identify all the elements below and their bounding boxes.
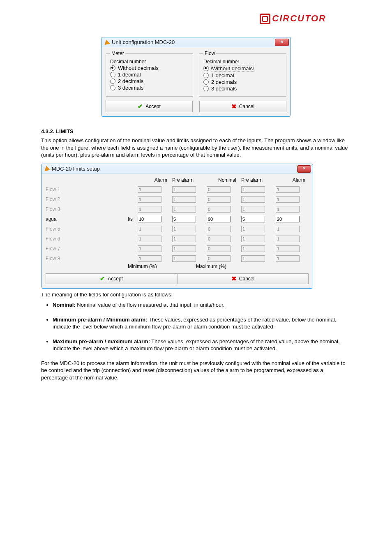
flow-heading: Decimal number xyxy=(203,59,282,65)
cell-p2 xyxy=(241,196,265,203)
cell-a1 xyxy=(138,206,161,213)
col-nom: Nominal xyxy=(207,177,236,183)
row-label: agua xyxy=(46,216,107,222)
unit-config-dialog: Unit configuration MDC-20 ✕ Meter Decima… xyxy=(101,37,291,117)
brand-mark-icon xyxy=(260,14,270,24)
cell-p2 xyxy=(241,236,265,242)
meter-heading: Decimal number xyxy=(110,59,189,65)
cell-a1 xyxy=(138,236,161,242)
cell-p1 xyxy=(172,196,196,203)
limits-grid: Alarm Pre alarm Nominal Pre alarm Alarm … xyxy=(46,177,309,262)
cell-n xyxy=(207,236,231,242)
cell-n xyxy=(207,255,231,262)
cell-a2 xyxy=(276,206,300,213)
limits-dialog: MDC-20 limits setup ✕ Alarm Pre alarm No… xyxy=(41,164,313,289)
flow-opt-2[interactable]: 2 decimals xyxy=(203,79,282,85)
cell-n xyxy=(207,226,231,232)
after-note: For the MDC-20 to process the alarm info… xyxy=(41,360,351,382)
cell-a1 xyxy=(138,196,161,203)
close-button[interactable]: ✕ xyxy=(275,39,289,46)
meter-group: Meter Decimal number Without decimals 1 … xyxy=(106,51,193,97)
flow-opt-1[interactable]: 1 decimal xyxy=(203,72,282,79)
meter-opt-1[interactable]: 1 decimal xyxy=(110,72,189,78)
radio-icon xyxy=(203,79,209,85)
flow-opt-3[interactable]: 3 decimals xyxy=(203,86,282,92)
cell-a1 xyxy=(138,226,161,232)
check-icon: ✔ xyxy=(100,275,105,282)
cell-n xyxy=(207,206,231,213)
cell-a2 xyxy=(276,236,300,242)
brand-text: CIRCUTOR xyxy=(272,13,326,23)
cross-icon: ✖ xyxy=(231,275,237,282)
cell-a2 xyxy=(276,255,300,262)
col-alarm2: Alarm xyxy=(276,177,305,183)
cell-p1 xyxy=(172,206,196,213)
cell-p1 xyxy=(172,255,196,262)
list-item: Nominal: Nominal value of the flow measu… xyxy=(53,301,351,309)
radio-icon xyxy=(110,72,115,77)
cell-a2 xyxy=(276,186,300,193)
flow-group: Flow Decimal number Without decimals 1 d… xyxy=(199,51,286,97)
max-label: Maximum (%) xyxy=(196,264,226,269)
radio-icon xyxy=(110,85,115,90)
row-unit: l/s xyxy=(112,216,133,222)
app-icon xyxy=(104,39,110,45)
list-item: Maximum pre-alarm / maximum alarm: These… xyxy=(53,338,351,352)
accept-button[interactable]: ✔Accept xyxy=(46,273,177,284)
col-alarm1: Alarm xyxy=(138,177,167,183)
cell-a1 xyxy=(138,186,161,193)
dialog-title: Unit configuration MDC-20 xyxy=(112,39,175,45)
row-label: Flow 3 xyxy=(46,206,107,212)
cell-a1 xyxy=(138,245,161,252)
cell-p1[interactable] xyxy=(172,216,196,222)
cell-a2 xyxy=(276,226,300,232)
row-label: Flow 2 xyxy=(46,197,107,202)
cancel-button[interactable]: ✖Cancel xyxy=(199,101,286,112)
cell-a2 xyxy=(276,245,300,252)
dialog-titlebar: MDC-20 limits setup ✕ xyxy=(42,164,313,174)
brand-logo: CIRCUTOR xyxy=(260,13,326,24)
list-item: Minimum pre-alarm / Minimum alarm: These… xyxy=(53,316,351,331)
row-label: Flow 6 xyxy=(46,236,107,242)
flow-opt-0[interactable]: Without decimals xyxy=(203,65,282,72)
flow-legend: Flow xyxy=(203,51,216,56)
section-intro: This option allows configuration of the … xyxy=(41,137,351,159)
accept-button[interactable]: ✔Accept xyxy=(106,101,193,112)
cancel-button[interactable]: ✖Cancel xyxy=(177,273,309,284)
cell-p2 xyxy=(241,186,265,193)
cell-n[interactable] xyxy=(207,216,231,222)
meter-opt-3[interactable]: 3 decimals xyxy=(110,85,189,91)
cell-a1[interactable] xyxy=(138,216,161,222)
cell-a2 xyxy=(276,196,300,203)
radio-icon xyxy=(203,73,209,78)
min-label: Minimum (%) xyxy=(128,264,157,269)
dialog-titlebar: Unit configuration MDC-20 ✕ xyxy=(101,37,291,47)
row-label: Flow 5 xyxy=(46,226,107,232)
cell-a2[interactable] xyxy=(276,216,300,222)
meter-opt-0[interactable]: Without decimals xyxy=(110,65,189,71)
meter-opt-2[interactable]: 2 decimals xyxy=(110,78,189,84)
radio-icon xyxy=(110,79,115,84)
section-heading: 4.3.2. LIMITS xyxy=(41,128,351,134)
cell-a1 xyxy=(138,255,161,262)
cell-p2 xyxy=(241,206,265,213)
cell-p2 xyxy=(241,245,265,252)
cell-p2[interactable] xyxy=(241,216,265,222)
cell-n xyxy=(207,186,231,193)
row-label: Flow 8 xyxy=(46,256,107,261)
radio-icon xyxy=(203,86,209,91)
meter-legend: Meter xyxy=(110,51,125,56)
col-pre1: Pre alarm xyxy=(172,177,202,183)
cell-p1 xyxy=(172,186,196,193)
cell-p1 xyxy=(172,245,196,252)
definitions-list: Nominal: Nominal value of the flow measu… xyxy=(43,301,351,352)
dialog-title: MDC-20 limits setup xyxy=(52,166,100,172)
cross-icon: ✖ xyxy=(231,103,237,110)
row-label: Flow 1 xyxy=(46,187,107,192)
cell-p1 xyxy=(172,226,196,232)
radio-icon xyxy=(110,65,115,71)
close-button[interactable]: ✕ xyxy=(297,165,311,173)
cell-p2 xyxy=(241,255,265,262)
after-intro: The meaning of the fields for configurat… xyxy=(41,291,351,298)
cell-p1 xyxy=(172,236,196,242)
